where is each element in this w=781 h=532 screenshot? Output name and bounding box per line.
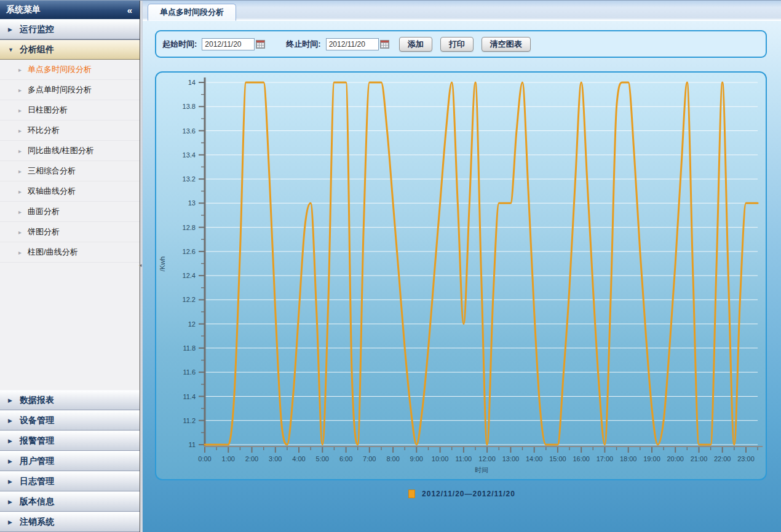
svg-text:13.4: 13.4 xyxy=(183,151,196,159)
triangle-right-icon: ▸ xyxy=(18,87,22,93)
svg-text:13: 13 xyxy=(188,199,196,207)
toolbar-panel: 起始时间: 终止时间: 添加打印清空图表 xyxy=(155,30,767,58)
svg-text:22:00: 22:00 xyxy=(714,455,731,463)
splitter-collapse-icon[interactable]: ◂ xyxy=(139,262,142,268)
svg-text:23:00: 23:00 xyxy=(737,455,755,463)
triangle-right-icon: ▶ xyxy=(8,499,14,505)
sidebar-item-三相综合分析[interactable]: ▸三相综合分析 xyxy=(0,161,140,181)
chart-panel: 1111.211.411.611.81212.212.412.612.81313… xyxy=(155,71,767,480)
sidebar: 系统菜单 « ▶运行监控▼分析组件▸单点多时间段分析▸多点单时间段分析▸日柱图分… xyxy=(0,1,140,532)
svg-text:15:00: 15:00 xyxy=(549,455,566,463)
start-time-input[interactable] xyxy=(202,38,255,50)
legend-swatch-icon xyxy=(408,490,415,498)
add-button[interactable]: 添加 xyxy=(399,37,432,52)
triangle-right-icon: ▸ xyxy=(18,249,22,256)
triangle-right-icon: ▸ xyxy=(18,107,22,114)
sidebar-menu-bottom: ▶数据报表▶设备管理▶报警管理▶用户管理▶日志管理▶版本信息▶注销系统 xyxy=(0,390,140,532)
svg-text:16:00: 16:00 xyxy=(573,455,590,463)
sidebar-item-同比曲线/柱图分析[interactable]: ▸同比曲线/柱图分析 xyxy=(0,141,140,161)
sidebar-item-多点单时间段分析[interactable]: ▸多点单时间段分析 xyxy=(0,80,140,100)
sidebar-item-曲面分析[interactable]: ▸曲面分析 xyxy=(0,202,140,222)
sidebar-section-运行监控[interactable]: ▶运行监控 xyxy=(0,19,140,39)
sidebar-item-label: 双轴曲线分析 xyxy=(28,186,76,197)
sidebar-section-label: 日志管理 xyxy=(20,476,54,487)
triangle-right-icon: ▸ xyxy=(18,127,22,134)
triangle-right-icon: ▶ xyxy=(8,438,14,444)
svg-text:12.2: 12.2 xyxy=(183,296,196,303)
app-window: 系统菜单 « ▶运行监控▼分析组件▸单点多时间段分析▸多点单时间段分析▸日柱图分… xyxy=(0,0,781,532)
sidebar-item-单点多时间段分析[interactable]: ▸单点多时间段分析 xyxy=(0,60,140,80)
svg-text:12: 12 xyxy=(188,320,196,328)
sidebar-item-双轴曲线分析[interactable]: ▸双轴曲线分析 xyxy=(0,181,140,202)
triangle-right-icon: ▸ xyxy=(18,229,22,236)
sidebar-section-版本信息[interactable]: ▶版本信息 xyxy=(0,491,140,512)
svg-text:4:00: 4:00 xyxy=(292,455,305,463)
sidebar-section-分析组件[interactable]: ▼分析组件 xyxy=(0,39,140,60)
svg-text:17:00: 17:00 xyxy=(597,455,614,463)
triangle-right-icon: ▸ xyxy=(18,66,22,73)
start-time-label: 起始时间: xyxy=(162,39,197,50)
svg-text:6:00: 6:00 xyxy=(339,455,352,463)
sidebar-item-日柱图分析[interactable]: ▸日柱图分析 xyxy=(0,100,140,121)
triangle-down-icon: ▼ xyxy=(8,47,14,53)
svg-text:13.6: 13.6 xyxy=(183,127,196,135)
svg-text:11: 11 xyxy=(189,441,196,448)
end-calendar-icon[interactable] xyxy=(380,40,389,49)
svg-text:13:00: 13:00 xyxy=(502,455,520,463)
svg-text:1:00: 1:00 xyxy=(222,455,235,463)
clear-chart-button[interactable]: 清空图表 xyxy=(482,37,531,52)
sidebar-section-label: 注销系统 xyxy=(20,517,54,528)
sidebar-item-柱图/曲线分析[interactable]: ▸柱图/曲线分析 xyxy=(0,242,140,263)
sidebar-item-label: 环比分析 xyxy=(28,125,60,136)
svg-text:13.8: 13.8 xyxy=(183,103,196,110)
sidebar-section-用户管理[interactable]: ▶用户管理 xyxy=(0,451,140,471)
start-calendar-icon[interactable] xyxy=(256,40,265,49)
triangle-right-icon: ▶ xyxy=(8,478,14,485)
sidebar-item-label: 多点单时间段分析 xyxy=(28,84,92,95)
triangle-right-icon: ▶ xyxy=(8,519,14,525)
svg-text:14:00: 14:00 xyxy=(526,455,543,463)
svg-text:12.6: 12.6 xyxy=(183,248,196,255)
svg-text:10:00: 10:00 xyxy=(432,455,449,463)
svg-text:11.4: 11.4 xyxy=(183,393,196,400)
svg-text:12.8: 12.8 xyxy=(183,224,196,231)
end-time-input[interactable] xyxy=(326,38,379,50)
sidebar-item-环比分析[interactable]: ▸环比分析 xyxy=(0,121,140,141)
sidebar-section-数据报表[interactable]: ▶数据报表 xyxy=(0,390,140,410)
sidebar-header: 系统菜单 « xyxy=(0,1,140,19)
svg-text:11.6: 11.6 xyxy=(183,368,196,376)
tab-bar: 单点多时间段分析 xyxy=(143,1,781,21)
x-tick-labels: 0:001:002:003:004:005:006:007:008:009:00… xyxy=(198,455,754,463)
sidebar-item-饼图分析[interactable]: ▸饼图分析 xyxy=(0,222,140,242)
sidebar-item-label: 日柱图分析 xyxy=(28,105,68,116)
sidebar-section-label: 设备管理 xyxy=(20,415,54,426)
sidebar-item-label: 曲面分析 xyxy=(28,206,60,217)
line-chart: 1111.211.411.611.81212.212.412.612.81313… xyxy=(156,73,766,479)
chart-legend: 2012/11/20—2012/11/20 xyxy=(143,490,781,498)
triangle-right-icon: ▸ xyxy=(18,168,22,175)
svg-text:0:00: 0:00 xyxy=(198,455,211,463)
sidebar-item-label: 柱图/曲线分析 xyxy=(28,247,78,258)
print-button[interactable]: 打印 xyxy=(440,37,474,52)
sidebar-section-label: 运行监控 xyxy=(20,24,54,35)
sidebar-section-日志管理[interactable]: ▶日志管理 xyxy=(0,471,140,491)
sidebar-section-报警管理[interactable]: ▶报警管理 xyxy=(0,431,140,451)
sidebar-section-设备管理[interactable]: ▶设备管理 xyxy=(0,410,140,431)
triangle-right-icon: ▶ xyxy=(8,458,14,464)
sidebar-section-label: 分析组件 xyxy=(20,44,54,55)
svg-text:12:00: 12:00 xyxy=(478,455,496,463)
sidebar-title: 系统菜单 xyxy=(6,4,41,15)
svg-text:14: 14 xyxy=(188,79,196,86)
sidebar-section-注销系统[interactable]: ▶注销系统 xyxy=(0,512,140,532)
triangle-right-icon: ▸ xyxy=(18,208,22,215)
legend-label: 2012/11/20—2012/11/20 xyxy=(422,490,515,498)
sidebar-section-label: 用户管理 xyxy=(20,456,54,467)
triangle-right-icon: ▸ xyxy=(18,188,22,195)
svg-text:9:00: 9:00 xyxy=(410,455,423,463)
svg-text:8:00: 8:00 xyxy=(386,455,399,463)
main-area: 单点多时间段分析 起始时间: 终止时间: 添加打印清空图表 1111.211.4… xyxy=(143,1,781,532)
collapse-sidebar-icon[interactable]: « xyxy=(127,5,133,15)
svg-text:5:00: 5:00 xyxy=(316,455,329,463)
end-time-label: 终止时间: xyxy=(286,39,320,50)
tab-single-point-multi-period-analysis[interactable]: 单点多时间段分析 xyxy=(148,4,236,21)
